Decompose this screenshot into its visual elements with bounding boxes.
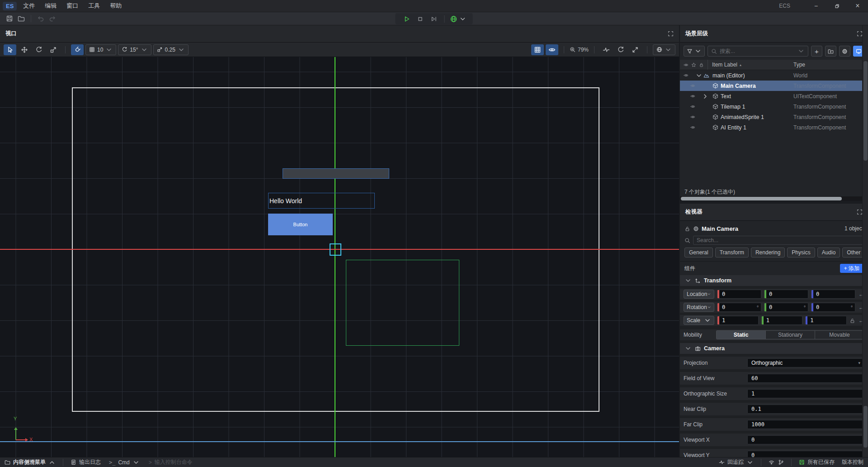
network-status-button[interactable]: [769, 459, 774, 465]
tab-other[interactable]: Other: [842, 248, 865, 257]
view-mode-dropdown[interactable]: [653, 44, 675, 55]
hierarchy-horizontal-scrollbar[interactable]: [680, 196, 868, 201]
scene-canvas[interactable]: Hello World Button Y X: [0, 57, 679, 457]
stats-button[interactable]: [600, 44, 613, 55]
world-select-button[interactable]: [448, 14, 468, 24]
location-x-input[interactable]: 0: [717, 290, 761, 299]
zoom-control[interactable]: 79%: [570, 47, 589, 53]
inspector-scrollbar-thumb[interactable]: [863, 406, 868, 448]
grid-visibility-button[interactable]: [531, 44, 544, 55]
visibility-eye-icon[interactable]: [690, 125, 695, 130]
field-of-view-input[interactable]: 60: [747, 374, 864, 383]
grid-snap-dropdown[interactable]: 10: [85, 44, 116, 55]
tree-row-ai-entity[interactable]: AI Entity 1 TransformComponent: [680, 122, 868, 133]
right-vertical-scrollbar[interactable]: [862, 25, 868, 457]
app-logo[interactable]: ES: [3, 2, 17, 10]
rotation-dropdown[interactable]: Rotation: [684, 303, 714, 312]
column-item-label[interactable]: Item Label ▴: [708, 62, 741, 68]
add-component-button[interactable]: + 添加: [840, 264, 863, 273]
selection-gizmo-box[interactable]: [330, 243, 341, 256]
visibility-toggle-button[interactable]: [546, 44, 558, 55]
location-z-input[interactable]: 0: [811, 290, 855, 299]
menu-edit[interactable]: 编辑: [45, 2, 57, 10]
visibility-eye-icon[interactable]: [684, 73, 689, 78]
inspector-search-input[interactable]: [697, 237, 860, 243]
viewport-y-input[interactable]: 0: [747, 451, 864, 457]
camera-section-header[interactable]: Camera: [680, 343, 868, 354]
scale-y-input[interactable]: 1: [761, 316, 803, 325]
eye-column-icon[interactable]: [684, 62, 689, 67]
lock-column-icon[interactable]: [699, 62, 704, 67]
tab-physics[interactable]: Physics: [787, 248, 815, 257]
tab-rendering[interactable]: Rendering: [751, 248, 785, 257]
filter-dropdown[interactable]: [684, 46, 705, 57]
backtrace-dropdown[interactable]: 回追踪: [719, 458, 754, 466]
scale-dropdown[interactable]: Scale: [684, 316, 714, 325]
tree-row-world[interactable]: main (Editor) World: [680, 70, 868, 81]
menu-window[interactable]: 窗口: [66, 2, 78, 10]
mobility-movable[interactable]: Movable: [815, 331, 864, 339]
hierarchy-search[interactable]: [708, 46, 808, 57]
stop-button[interactable]: [414, 14, 427, 24]
ui-text-element[interactable]: Hello World: [268, 193, 375, 209]
column-type[interactable]: Type: [793, 62, 805, 68]
menu-file[interactable]: 文件: [23, 2, 35, 10]
transform-section-header[interactable]: Transform: [680, 275, 868, 286]
add-folder-button[interactable]: [825, 46, 836, 57]
close-button[interactable]: ×: [847, 0, 868, 12]
source-control-button[interactable]: [778, 459, 784, 465]
redo-button[interactable]: [47, 13, 58, 24]
near-clip-input[interactable]: 0.1: [747, 405, 864, 414]
scale-snap-dropdown[interactable]: 0.25: [153, 44, 189, 55]
undo-button[interactable]: [35, 13, 47, 24]
visibility-eye-icon[interactable]: [690, 94, 695, 99]
hierarchy-scrollbar-thumb[interactable]: [863, 61, 868, 161]
mobility-stationary[interactable]: Stationary: [766, 331, 815, 339]
star-column-icon[interactable]: [691, 62, 696, 67]
output-log-button[interactable]: 输出日志: [71, 458, 101, 466]
visibility-eye-icon[interactable]: [690, 114, 695, 119]
rotate-tool-button[interactable]: [33, 44, 45, 55]
add-entity-button[interactable]: +: [811, 46, 822, 57]
rotate-snap-dropdown[interactable]: 15°: [118, 44, 151, 55]
far-clip-input[interactable]: 1000: [747, 420, 864, 429]
location-dropdown[interactable]: Location: [684, 290, 714, 299]
tree-row-animatedsprite[interactable]: AnimatedSprite 1 TransformComponent: [680, 112, 868, 122]
reset-view-button[interactable]: [614, 44, 627, 55]
step-button[interactable]: [427, 14, 441, 24]
cmd-dropdown[interactable]: >_ Cmd: [109, 459, 140, 466]
content-drawer-button[interactable]: 内容侧滑菜单: [5, 458, 56, 466]
fullscreen-button[interactable]: [629, 44, 642, 55]
save-status[interactable]: 所有已保存: [799, 458, 835, 466]
tab-general[interactable]: General: [684, 248, 713, 257]
rotation-y-input[interactable]: 0°: [764, 303, 808, 312]
maximize-button[interactable]: [826, 0, 847, 12]
viewport-x-input[interactable]: 0: [747, 435, 864, 444]
play-button[interactable]: [400, 14, 414, 24]
version-control-button[interactable]: 版本控制: [842, 458, 863, 466]
tab-audio[interactable]: Audio: [817, 248, 840, 257]
location-y-input[interactable]: 0: [764, 290, 808, 299]
move-tool-button[interactable]: [18, 44, 31, 55]
projection-select[interactable]: Orthographic ▾: [747, 358, 864, 367]
orthographic-size-input[interactable]: 1: [747, 389, 864, 398]
tree-row-main-camera[interactable]: Main Camera TransformComponent: [680, 81, 868, 91]
menu-help[interactable]: 帮助: [110, 2, 122, 10]
viewport-expand-button[interactable]: [668, 31, 674, 37]
rotation-x-input[interactable]: 0°: [717, 303, 761, 312]
visibility-eye-icon[interactable]: [690, 83, 695, 88]
hierarchy-search-input[interactable]: [720, 48, 795, 54]
chevron-right-icon[interactable]: [702, 93, 709, 100]
ui-slider-element[interactable]: [283, 168, 389, 179]
minimize-button[interactable]: −: [806, 0, 826, 12]
console-command-input[interactable]: > 输入控制台命令: [149, 458, 193, 466]
lock-open-icon[interactable]: [684, 226, 690, 232]
ui-button-element[interactable]: Button: [268, 214, 333, 235]
uniform-scale-lock-icon[interactable]: [849, 318, 855, 324]
hierarchy-settings-button[interactable]: [839, 46, 850, 57]
save-button[interactable]: [4, 13, 15, 24]
gear-icon[interactable]: [693, 226, 699, 232]
snap-toggle-button[interactable]: [71, 44, 84, 55]
visibility-eye-icon[interactable]: [690, 104, 695, 109]
tree-row-tilemap[interactable]: Tilemap 1 TransformComponent: [680, 101, 868, 112]
